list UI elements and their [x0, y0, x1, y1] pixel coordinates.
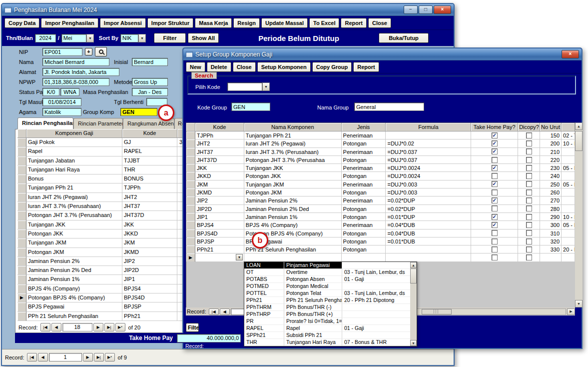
cell-kelompok[interactable]: 10 - Iu — [562, 213, 575, 221]
row-selector[interactable] — [186, 140, 195, 148]
alamat-field[interactable]: Jl. Pondok Indah, Jakarta — [42, 68, 119, 76]
table-row[interactable]: BPJSPBPJS PegawaiPotongan=0.01*DUB320 — [186, 238, 575, 246]
toolbar-button-setup-komponen[interactable]: Setup Komponen — [257, 62, 311, 72]
cell-jenis[interactable]: Penerimaan — [342, 148, 386, 156]
cell-dicopy[interactable] — [518, 164, 540, 172]
cell-nama-komponen[interactable]: Tunjangan JKK — [244, 164, 342, 172]
cell-take-home-pay[interactable] — [471, 254, 518, 262]
cell-dicopy[interactable] — [518, 230, 540, 238]
row-selector[interactable] — [17, 257, 26, 266]
row-selector[interactable] — [186, 213, 195, 221]
checkbox[interactable] — [526, 190, 532, 196]
cell-formula[interactable]: =0.04*DUB — [386, 230, 471, 238]
chevron-down-icon[interactable]: ▼ — [262, 82, 270, 91]
cell-dicopy[interactable] — [518, 180, 540, 188]
cell-kode[interactable]: BPJS4D — [195, 230, 244, 238]
cell-formula[interactable]: =0.04*DUB — [386, 221, 471, 229]
nip-add-button[interactable]: + — [85, 48, 92, 56]
cell-kelompok[interactable]: 05 - P — [562, 180, 575, 188]
cell-jenis[interactable]: Potongan — [342, 213, 386, 221]
checkbox[interactable] — [492, 246, 498, 252]
cell-kode[interactable]: JKM — [122, 238, 177, 248]
cell-take-home-pay[interactable]: ✓ — [471, 213, 518, 221]
row-selector[interactable] — [17, 302, 26, 312]
cell-formula[interactable] — [386, 246, 471, 254]
cell-take-home-pay[interactable] — [471, 230, 518, 238]
cell-no-urut[interactable]: 230 — [540, 164, 562, 172]
checkbox[interactable] — [526, 181, 532, 187]
cell-kode[interactable]: JHT2 — [195, 140, 244, 148]
cell-komponen[interactable]: Tunjangan Jabatan — [26, 156, 122, 166]
cell-kode[interactable]: JIP1 — [122, 275, 177, 284]
cell-komponen[interactable]: BPJS 4% (Company) — [26, 284, 122, 294]
scroll-up-icon[interactable]: ▲ — [575, 122, 583, 130]
checkbox[interactable] — [526, 148, 532, 154]
inisial-field[interactable]: Bernard — [132, 58, 168, 66]
checkbox[interactable] — [526, 246, 532, 252]
table-row[interactable]: JKMDPotongan JKMPotongan=DUJ*0.003260 — [186, 188, 575, 196]
cell-komponen[interactable]: BPJS Pegawai — [26, 302, 122, 312]
cell-no-urut[interactable]: 200 — [540, 140, 562, 148]
nama-field[interactable]: Michael Bernard — [42, 58, 109, 66]
toolbar-button-impor-absensi[interactable]: Impor Absensi — [100, 18, 146, 28]
cell-komponen[interactable]: Jaminan Pensiun 1% — [26, 275, 122, 284]
filter-button-clipped[interactable]: Filter — [186, 323, 199, 332]
cell-no-urut[interactable]: 270 — [540, 196, 562, 204]
table-new-row[interactable]: ▶▼ — [186, 254, 575, 262]
toolbar-button-to-excel[interactable]: To Excel — [309, 18, 339, 28]
cell-jenis[interactable]: Potongan — [342, 238, 386, 246]
nav-prev-button[interactable]: ◀ — [38, 353, 48, 362]
tgl-masuk-field[interactable]: 01/08/2014 — [42, 98, 81, 106]
cell-dicopy[interactable] — [518, 196, 540, 204]
checkbox[interactable] — [526, 214, 532, 220]
cell-take-home-pay[interactable] — [471, 238, 518, 246]
nav-first-button[interactable]: |◀ — [27, 353, 37, 362]
checkbox[interactable] — [492, 238, 498, 244]
cell-dicopy[interactable] — [518, 254, 540, 262]
cell-dicopy[interactable] — [518, 148, 540, 156]
cell-take-home-pay[interactable]: ✓ — [471, 196, 518, 204]
cell-formula[interactable]: =DUJ*0.003 — [386, 180, 471, 188]
cell-komponen[interactable]: Tunjangan JKK — [26, 220, 122, 230]
cell-nama-komponen[interactable]: Jaminan Pensiun 1% — [244, 213, 342, 221]
cell-kode[interactable]: JKMD — [122, 248, 177, 257]
year-field[interactable]: 2024 — [35, 34, 56, 42]
checkbox[interactable]: ✓ — [492, 148, 498, 154]
cell-no-urut[interactable]: 220 — [540, 156, 562, 164]
cell-no-urut[interactable]: 330 — [540, 246, 562, 254]
nav-prev-button[interactable]: ◀ — [220, 308, 230, 315]
row-selector[interactable] — [186, 246, 195, 254]
toolbar-button-report[interactable]: Report — [353, 62, 379, 72]
cell-komponen[interactable]: Potongan BPJS 4% (Company) — [26, 294, 122, 302]
cell-kelompok[interactable] — [562, 230, 575, 238]
row-selector[interactable] — [17, 312, 26, 321]
cell-jenis[interactable]: Penerimaan — [342, 164, 386, 172]
checkbox[interactable] — [526, 173, 532, 179]
table-row[interactable]: PPh21PPh 21 Seluruh PenghasilanPotongan3… — [186, 246, 575, 254]
cell-kode[interactable]: JKK — [195, 164, 244, 172]
nav-last-button[interactable]: ▶| — [104, 323, 114, 332]
cell-no-urut[interactable]: 300 — [540, 221, 562, 229]
cell-kode[interactable]: BPJS4 — [122, 284, 177, 294]
wna-field[interactable]: WNA — [60, 88, 79, 96]
row-selector[interactable] — [186, 230, 195, 238]
checkbox[interactable] — [526, 140, 532, 146]
cell-kelompok[interactable] — [562, 172, 575, 180]
scrollbar-thumb[interactable] — [575, 131, 583, 151]
checkbox[interactable]: ✓ — [492, 140, 498, 146]
row-selector[interactable] — [186, 188, 195, 196]
dropdown-item[interactable]: SPPh21Subsidi PPh 21 — [244, 332, 410, 339]
scroll-down-icon[interactable]: ▼ — [410, 340, 417, 346]
row-selector[interactable] — [186, 132, 195, 140]
toolbar-button-impor-penghasilan[interactable]: Impor Penghasilan — [41, 18, 98, 28]
checkbox[interactable] — [526, 206, 532, 212]
cell-jenis[interactable]: Potongan — [342, 188, 386, 196]
cell-komponen[interactable]: Tunjangan JKM — [26, 238, 122, 248]
cell-nama-komponen[interactable]: Tunjangan PPh 21 — [244, 132, 342, 140]
cell-no-urut[interactable] — [540, 254, 562, 262]
cell-kode[interactable]: JHT37 — [122, 202, 177, 211]
cell-kode[interactable]: JIP2D — [195, 205, 244, 213]
status-pajak-field[interactable]: K/0 — [42, 88, 59, 96]
toolbar-button-masa-kerja[interactable]: Masa Kerja — [195, 18, 232, 28]
cell-nama-komponen[interactable]: Tunjangan JKM — [244, 180, 342, 188]
